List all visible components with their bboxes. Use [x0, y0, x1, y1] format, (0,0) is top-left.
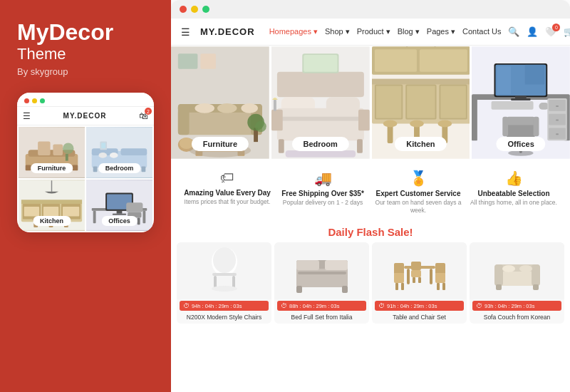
svg-rect-88 — [407, 86, 435, 118]
svg-point-55 — [217, 103, 237, 113]
svg-rect-37 — [93, 211, 96, 223]
svg-rect-109 — [511, 98, 531, 100]
svg-point-54 — [195, 103, 214, 113]
mobile-dots — [24, 98, 45, 103]
svg-rect-152 — [418, 277, 421, 283]
category-kitchen[interactable]: Kitchen — [372, 46, 470, 160]
brand-block: MyDecor Theme By skygroup — [17, 20, 154, 93]
mobile-mockup: ☰ MY.DECOR 🛍 2 — [17, 93, 154, 232]
svg-rect-86 — [375, 86, 400, 118]
category-furniture[interactable]: Furniture — [171, 46, 269, 160]
svg-rect-134 — [325, 260, 348, 270]
nav-links: Homepages ▾ Shop ▾ Product ▾ Blog ▾ Page… — [269, 27, 502, 36]
svg-point-159 — [502, 265, 515, 272]
cart-icon[interactable]: 🛒 0 — [564, 26, 570, 37]
svg-rect-150 — [411, 270, 421, 277]
svg-rect-41 — [117, 211, 123, 214]
mobile-cell-furniture[interactable]: Furniture — [19, 127, 85, 178]
service-icon: 🏅 — [410, 170, 428, 187]
svg-rect-155 — [494, 264, 503, 286]
svg-rect-25 — [24, 207, 39, 217]
svg-rect-21 — [21, 200, 82, 204]
svg-rect-90 — [440, 86, 465, 118]
svg-rect-26 — [43, 207, 58, 217]
product-timer-0: ⏱ 94h : 04h : 29m : 03s — [180, 301, 269, 311]
svg-rect-38 — [142, 211, 145, 223]
feature-desc-2: Our team on hand seven days a week. — [373, 199, 463, 215]
svg-rect-67 — [277, 72, 364, 97]
category-bedroom[interactable]: Bedroom — [271, 46, 370, 160]
user-icon[interactable]: 👤 — [527, 26, 538, 37]
svg-rect-123 — [556, 120, 559, 121]
wishlist-icon[interactable]: 🤍 0 — [545, 26, 556, 37]
svg-rect-127 — [212, 273, 237, 276]
mobile-dot-red — [24, 98, 29, 103]
svg-rect-43 — [126, 202, 142, 212]
timer-icon-1: ⏱ — [281, 302, 287, 309]
brand-title: MyDecor — [17, 20, 154, 45]
nav-link-contact[interactable]: Contact Us — [462, 27, 501, 36]
search-icon[interactable]: 🔍 — [508, 26, 519, 37]
product-timer-2: ⏱ 91h : 04h : 29m : 03s — [375, 301, 464, 311]
nav-link-homepages[interactable]: Homepages ▾ — [269, 27, 318, 36]
product-image-2 — [372, 242, 467, 299]
svg-rect-84 — [372, 79, 470, 85]
nav-link-pages[interactable]: Pages ▾ — [427, 27, 455, 36]
browser-content: ☰ MY.DECOR Homepages ▾ Shop ▾ Product ▾ … — [171, 19, 570, 392]
site-nav: ☰ MY.DECOR Homepages ▾ Shop ▾ Product ▾ … — [171, 19, 570, 46]
mobile-cart-badge: 2 — [145, 108, 152, 115]
value-icon: 🏷 — [220, 170, 234, 186]
svg-rect-114 — [503, 117, 509, 137]
svg-rect-78 — [304, 55, 337, 72]
product-card-2[interactable]: ⏱ 91h : 04h : 29m : 03s Table and Chair … — [372, 242, 467, 324]
feature-title-1: Free Shipping Over $35* — [281, 190, 364, 197]
mobile-cell-kitchen[interactable]: Kitchen — [19, 180, 85, 231]
brand-subtitle: Theme — [17, 45, 154, 63]
nav-link-product[interactable]: Product ▾ — [357, 27, 390, 36]
feature-desc-1: Popular delivery on 1 - 2 days — [283, 199, 363, 207]
mobile-cell-offices[interactable]: Offices — [86, 180, 152, 231]
product-card-3[interactable]: ⏱ 93h : 04h : 29m : 03s Sofa Couch from … — [470, 242, 564, 324]
browser-dot-red — [180, 6, 187, 13]
product-image-0 — [177, 242, 271, 299]
nav-link-blog[interactable]: Blog ▾ — [398, 27, 420, 36]
svg-rect-107 — [525, 65, 545, 85]
svg-rect-122 — [556, 105, 559, 107]
cat-label-kitchen: Kitchen — [395, 137, 446, 151]
svg-rect-12 — [120, 148, 147, 155]
svg-rect-149 — [411, 262, 421, 270]
right-panel: ☰ MY.DECOR Homepages ▾ Shop ▾ Product ▾ … — [171, 0, 570, 392]
svg-rect-99 — [419, 49, 467, 71]
feature-selection: 👍 Unbeatable Selection All things home, … — [469, 170, 559, 215]
svg-rect-52 — [178, 104, 190, 135]
mobile-top-bar — [17, 93, 154, 107]
hamburger-icon[interactable]: ☰ — [181, 26, 190, 38]
timer-icon-3: ⏱ — [476, 302, 482, 309]
svg-rect-8 — [66, 154, 68, 161]
mobile-hamburger-icon[interactable]: ☰ — [23, 111, 31, 121]
product-name-3: Sofa Couch from Korean — [470, 312, 564, 324]
product-card-1[interactable]: ⏱ 88h : 04h : 29m : 03s Bed Full Set fro… — [274, 242, 369, 324]
svg-rect-76 — [274, 100, 276, 111]
product-timer-3: ⏱ 93h : 04h : 29m : 03s — [472, 301, 561, 311]
product-name-1: Bed Full Set from Italia — [274, 312, 369, 324]
product-card-0[interactable]: ⏱ 94h : 04h : 29m : 03s N200X Modern Sty… — [177, 242, 271, 324]
nav-link-shop[interactable]: Shop ▾ — [325, 27, 350, 36]
svg-rect-70 — [277, 108, 364, 140]
svg-rect-42 — [113, 214, 126, 215]
category-offices[interactable]: Offices — [472, 46, 570, 160]
timer-icon-0: ⏱ — [183, 302, 190, 309]
product-timer-1: ⏱ 88h : 04h : 29m : 03s — [277, 301, 366, 311]
category-strip: Furniture — [171, 46, 570, 160]
svg-rect-146 — [435, 273, 445, 283]
svg-rect-49 — [200, 53, 216, 69]
mobile-cell-bedroom[interactable]: Bedroom — [86, 127, 152, 178]
svg-point-7 — [63, 143, 74, 155]
svg-rect-16 — [110, 153, 118, 158]
feature-title-2: Expert Customer Service — [376, 190, 461, 197]
svg-point-56 — [241, 103, 258, 113]
svg-rect-113 — [507, 117, 534, 125]
mobile-cart-icon[interactable]: 🛍 2 — [139, 110, 148, 121]
shipping-icon: 🚚 — [314, 170, 332, 187]
mobile-label-bedroom: Bedroom — [98, 163, 141, 173]
